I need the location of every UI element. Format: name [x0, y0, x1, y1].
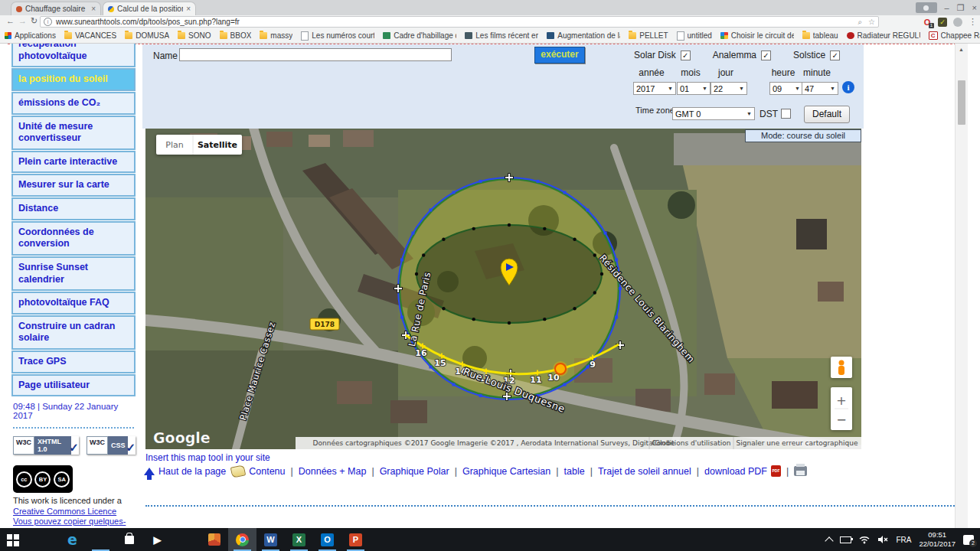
scroll-up-icon[interactable]: ▲	[959, 47, 964, 52]
taskbar-outlook[interactable]: O	[313, 528, 341, 551]
sidebar-item-sunrise-sunset-calendrier[interactable]: Sunrise Sunset calendrier	[11, 256, 136, 291]
map-container[interactable]: 161514131211109 La Rue de Paris Rue Loui…	[145, 129, 861, 449]
printer-icon[interactable]	[794, 466, 807, 476]
bookmark-item[interactable]: Choisir le circuit de di	[720, 31, 794, 40]
tab-chauffage-solaire[interactable]: Chauffage solaire ×	[11, 2, 101, 15]
taskbar-powerpoint[interactable]: P	[341, 528, 370, 551]
licence-copy-link[interactable]: Vous pouvez copier quelques-uns des arti…	[13, 517, 132, 528]
footer-link-contenu[interactable]: Contenu	[231, 466, 285, 477]
bookmark-item[interactable]: PELLET	[629, 31, 668, 40]
battery-icon[interactable]	[840, 536, 851, 543]
taskbar-edge[interactable]: e	[58, 528, 87, 551]
satellite-button[interactable]: Satellite	[198, 140, 237, 150]
sidebar-item-unit-de-mesure-convertisseur[interactable]: Unité de mesure convertisseur	[11, 116, 136, 150]
taskbar-task-view[interactable]	[30, 528, 58, 551]
clock[interactable]: 09:5122/01/2017	[919, 530, 956, 549]
satellite-map[interactable]: 161514131211109 La Rue de Paris Rue Loui…	[145, 129, 861, 449]
sidebar-item-la-position-du-soleil[interactable]: la position du soleil	[11, 68, 136, 91]
taskbar-start[interactable]	[2, 528, 30, 551]
select-jour[interactable]: 22▼	[710, 82, 747, 95]
forward-icon[interactable]: →	[18, 16, 27, 25]
keyboard-language[interactable]: FRA	[896, 536, 911, 544]
sidebar-item-photovolta-que-faq[interactable]: photovoltaïque FAQ	[11, 292, 136, 315]
bookmark-star-icon[interactable]: ☆	[868, 18, 875, 27]
bookmark-item[interactable]: DOMUSA	[125, 31, 169, 40]
zoom-in-button[interactable]: +	[836, 393, 846, 408]
taskbar-settings-circle[interactable]	[172, 528, 200, 551]
bookmark-item[interactable]: Les films récent en st	[465, 31, 538, 40]
sidebar-item-page-utilisateur[interactable]: Page utilisateur	[11, 374, 136, 397]
taskbar-excel[interactable]: X	[285, 528, 313, 551]
select-année[interactable]: 2017▼	[633, 82, 676, 95]
zoom-icon[interactable]: ⌕	[858, 18, 862, 27]
back-icon[interactable]: ←	[6, 16, 15, 25]
taskbar-word[interactable]: W	[256, 528, 285, 551]
extension-adblock-icon[interactable]: ✓	[938, 18, 947, 27]
wifi-icon[interactable]	[859, 535, 870, 544]
bookmark-item[interactable]: untitled	[677, 31, 712, 41]
tab-close-icon[interactable]: ×	[91, 5, 96, 13]
bookmark-item[interactable]: Les numéros courts B	[301, 31, 374, 41]
bookmark-item[interactable]: VACANCES	[64, 31, 116, 40]
volume-muted-icon[interactable]	[877, 535, 888, 544]
bookmark-item[interactable]: Cadre d'habillage de	[383, 31, 456, 40]
bookmark-item[interactable]: massy	[260, 31, 292, 40]
plan-button[interactable]: Plan	[165, 140, 183, 150]
bookmark-item[interactable]: CChappee Radiateur p	[929, 31, 980, 40]
footer-link-haut-de-la-page[interactable]: Haut de la page	[144, 466, 226, 477]
taskbar-store[interactable]	[115, 528, 143, 551]
footer-link-graphique-polar[interactable]: Graphique Polar	[380, 466, 449, 477]
page-info-icon[interactable]: i	[44, 18, 52, 26]
dst-checkbox[interactable]	[781, 109, 791, 119]
footer-link-graphique-cartesian[interactable]: Graphique Cartesian	[462, 466, 550, 477]
bookmark-item[interactable]: Radiateur REGULUS-s	[847, 31, 920, 40]
timezone-select[interactable]: GMT 0▼	[672, 107, 755, 120]
licence-link[interactable]: Creative Commons Licence	[13, 507, 132, 517]
taskbar-chrome[interactable]	[228, 528, 256, 551]
bookmark-item[interactable]: SONO	[178, 31, 211, 40]
select-mois[interactable]: 01▼	[677, 82, 710, 95]
browser-menu-icon[interactable]: ⋮	[969, 17, 977, 27]
pegman-control[interactable]	[831, 357, 852, 378]
sidebar-item-construire-un-cadran-solaire[interactable]: Construire un cadran solaire	[11, 315, 136, 350]
reload-icon[interactable]: ↻	[31, 16, 38, 26]
footer-link-donn-es-map[interactable]: Données + Map	[299, 466, 367, 477]
execute-button[interactable]: exécuter	[534, 47, 585, 64]
default-button[interactable]: Default	[804, 106, 850, 123]
taskbar-media-player[interactable]: ▶	[143, 528, 172, 551]
zoom-out-button[interactable]: −	[836, 412, 846, 427]
bookmark-item[interactable]: Augmentation de la s	[547, 31, 620, 40]
tab-close-icon[interactable]: ×	[186, 5, 191, 13]
google-logo[interactable]: Google	[153, 429, 211, 446]
bookmark-item[interactable]: BBOX	[220, 31, 252, 40]
checkbox[interactable]: ✓	[830, 51, 840, 60]
info-icon[interactable]: i	[842, 81, 854, 93]
checkbox[interactable]: ✓	[681, 51, 691, 60]
sidebar-item-trace-gps[interactable]: Trace GPS	[11, 350, 136, 373]
footer-link-download-pdf[interactable]: download PDFPDF	[704, 465, 781, 477]
insert-map-link[interactable]: Insert this map tool in your site	[145, 452, 270, 463]
scrollbar-thumb[interactable]	[958, 80, 965, 125]
select-heure[interactable]: 09▼	[769, 82, 803, 95]
address-bar[interactable]: i www.sunearthtools.com/dp/tools/pos_sun…	[40, 16, 879, 28]
tray-expand-icon[interactable]	[825, 536, 834, 545]
sidebar-item-plein-carte-interactive[interactable]: Plein carte interactive	[11, 151, 136, 174]
window-restore-button[interactable]: ❐	[957, 3, 965, 13]
map-type-control[interactable]: Plan Satellite	[156, 135, 242, 155]
sidebar-item-distance[interactable]: Distance	[11, 197, 136, 220]
select-minute[interactable]: 47▼	[802, 82, 838, 95]
extension-disabled-icon[interactable]	[953, 18, 962, 27]
window-minimize-button[interactable]: –	[945, 3, 949, 12]
w3c-css-badge[interactable]: W3CCSS✓	[87, 436, 136, 455]
w3c-xhtml-badge[interactable]: W3CXHTML 1.0✓	[13, 436, 79, 455]
footer-link-trajet-de-soleil-annuel[interactable]: Trajet de soleil annuel	[598, 466, 691, 477]
bookmark-item[interactable]: tableau	[802, 31, 838, 40]
name-input[interactable]	[179, 48, 452, 61]
sun-marker[interactable]	[555, 364, 566, 374]
sidebar-item-missions-de-co[interactable]: émissions de CO₂	[11, 92, 136, 115]
bookmark-item[interactable]: Applications	[5, 31, 56, 40]
action-center-icon[interactable]: 2	[963, 535, 974, 545]
extension-opera-icon[interactable]: O1	[923, 18, 932, 27]
terms-link[interactable]: Conditions d'utilisation	[652, 439, 731, 447]
checkbox[interactable]: ✓	[761, 51, 771, 60]
